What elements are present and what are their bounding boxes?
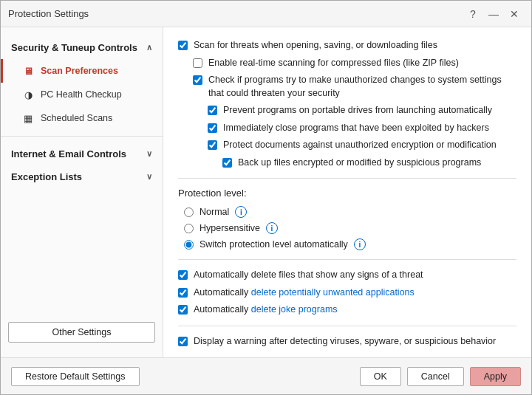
divider-2 <box>178 259 516 260</box>
compressed-files-label: Enable real-time scanning for compressed… <box>208 57 459 70</box>
footer-bar: Restore Default Settings OK Cancel Apply <box>1 357 531 394</box>
title-bar-controls: ? — ✕ <box>463 4 524 24</box>
auto-delete-threats-label: Automatically delete files that show any… <box>194 269 423 282</box>
normal-radio[interactable] <box>184 207 194 217</box>
portable-drives-checkbox[interactable] <box>208 106 217 115</box>
auto-delete-pua-before: Automatically <box>194 287 251 298</box>
sidebar-item-scheduled-scans[interactable]: ▦ Scheduled Scans <box>1 106 163 130</box>
warning-checkbox-row: Display a warning after detecting viruse… <box>178 335 516 348</box>
compressed-files-checkbox[interactable] <box>193 58 202 68</box>
other-settings-button[interactable]: Other Settings <box>8 322 155 343</box>
protection-settings-window: Protection Settings ? — ✕ Security & Tun… <box>0 0 532 395</box>
auto-protection-info-icon[interactable]: i <box>354 238 366 250</box>
sidebar-section-internet-label: Internet & Email Controls <box>11 148 126 159</box>
sidebar-section-internet[interactable]: Internet & Email Controls ∨ <box>1 142 163 165</box>
sidebar-divider-1 <box>1 136 163 137</box>
footer-left: Restore Default Settings <box>11 367 140 386</box>
checkbox-row-7: Back up files encrypted or modified by s… <box>222 157 516 170</box>
scan-threats-checkbox[interactable] <box>178 41 188 50</box>
chevron-up-icon: ∧ <box>146 43 152 52</box>
checkbox-row-1: Scan for threats when opening, saving, o… <box>178 39 516 52</box>
chevron-down-icon-internet: ∨ <box>146 149 152 159</box>
exploited-programs-checkbox[interactable] <box>208 123 217 133</box>
close-button[interactable]: ✕ <box>505 4 524 24</box>
chevron-down-icon-exception: ∨ <box>146 172 152 182</box>
ok-button[interactable]: OK <box>360 367 401 386</box>
apply-button[interactable]: Apply <box>470 367 521 386</box>
window-title: Protection Settings <box>8 8 89 19</box>
divider-1 <box>178 178 516 179</box>
sidebar-bottom: Other Settings <box>1 316 163 348</box>
scheduled-scans-icon: ▦ <box>21 111 35 125</box>
auto-delete-pua-checkbox[interactable] <box>178 288 188 298</box>
radio-row-hypersensitive: Hypersensitive i <box>184 222 516 234</box>
auto-delete-threats-row: Automatically delete files that show any… <box>178 269 516 282</box>
restore-defaults-button[interactable]: Restore Default Settings <box>11 367 140 386</box>
checkbox-row-2: Enable real-time scanning for compressed… <box>193 57 516 70</box>
hypersensitive-info-icon[interactable]: i <box>266 222 278 234</box>
content-panel: Scan for threats when opening, saving, o… <box>163 27 531 357</box>
auto-protection-label: Switch protection level automatically <box>200 239 348 250</box>
hypersensitive-label: Hypersensitive <box>200 223 260 233</box>
scan-preferences-icon: 🖥 <box>21 64 35 78</box>
sidebar-item-scan-preferences[interactable]: 🖥 Scan Preferences <box>1 59 163 83</box>
unauthorized-changes-label: Check if programs try to make unauthoriz… <box>208 74 516 100</box>
portable-drives-label: Prevent programs on portable drives from… <box>223 104 492 117</box>
radio-group: Normal i Hypersensitive i Switch protect… <box>184 206 516 250</box>
auto-delete-joke-row: Automatically delete joke programs <box>178 303 516 317</box>
protection-level-label: Protection level: <box>178 188 516 199</box>
backup-files-checkbox[interactable] <box>222 158 232 168</box>
sidebar-section-security[interactable]: Security & Tuneup Controls ∧ <box>1 36 163 59</box>
checkbox-row-5: Immediately close programs that have bee… <box>208 122 516 135</box>
backup-files-label: Back up files encrypted or modified by s… <box>238 157 481 170</box>
main-content: Security & Tuneup Controls ∧ 🖥 Scan Pref… <box>1 27 531 357</box>
delete-pua-link[interactable]: delete potentially unwanted applications <box>251 287 415 298</box>
protect-documents-label: Protect documents against unauthorized e… <box>223 139 497 152</box>
radio-row-normal: Normal i <box>184 206 516 218</box>
normal-label: Normal <box>200 207 229 217</box>
exploited-programs-label: Immediately close programs that have bee… <box>223 122 489 135</box>
sidebar-section-exception[interactable]: Exception Lists ∨ <box>1 165 163 188</box>
auto-delete-joke-label: Automatically delete joke programs <box>194 303 338 317</box>
checkbox-row-3: Check if programs try to make unauthoriz… <box>193 74 516 100</box>
minimize-button[interactable]: — <box>484 4 503 24</box>
hypersensitive-radio[interactable] <box>184 224 194 233</box>
sidebar-item-scan-preferences-label: Scan Preferences <box>41 66 118 76</box>
auto-delete-joke-checkbox[interactable] <box>178 305 188 315</box>
title-bar: Protection Settings ? — ✕ <box>1 1 531 27</box>
sidebar-item-pc-health-label: PC Health Checkup <box>41 89 122 100</box>
protect-documents-checkbox[interactable] <box>208 140 217 150</box>
warning-label: Display a warning after detecting viruse… <box>194 335 496 348</box>
sidebar-item-pc-health[interactable]: ◑ PC Health Checkup <box>1 83 163 106</box>
sidebar-section-exception-label: Exception Lists <box>11 171 82 182</box>
cancel-button[interactable]: Cancel <box>407 367 464 386</box>
scan-threats-label: Scan for threats when opening, saving, o… <box>194 39 437 52</box>
sidebar: Security & Tuneup Controls ∧ 🖥 Scan Pref… <box>1 27 163 357</box>
radio-row-auto: Switch protection level automatically i <box>184 238 516 250</box>
auto-delete-threats-checkbox[interactable] <box>178 270 188 280</box>
checkbox-row-6: Protect documents against unauthorized e… <box>208 139 516 152</box>
auto-delete-pua-row: Automatically delete potentially unwante… <box>178 286 516 300</box>
pc-health-icon: ◑ <box>21 88 35 101</box>
auto-delete-joke-before: Automatically <box>194 304 251 315</box>
delete-joke-link[interactable]: delete joke programs <box>251 304 338 315</box>
sidebar-section-security-label: Security & Tuneup Controls <box>11 42 137 53</box>
sidebar-item-scheduled-scans-label: Scheduled Scans <box>41 113 112 123</box>
warning-checkbox[interactable] <box>178 337 188 346</box>
unauthorized-changes-checkbox[interactable] <box>193 75 202 85</box>
divider-3 <box>178 326 516 326</box>
footer-right: OK Cancel Apply <box>360 367 521 386</box>
help-button[interactable]: ? <box>463 4 482 24</box>
auto-protection-radio[interactable] <box>184 240 194 250</box>
checkbox-row-4: Prevent programs on portable drives from… <box>208 104 516 117</box>
normal-info-icon[interactable]: i <box>235 206 247 218</box>
auto-delete-pua-label: Automatically delete potentially unwante… <box>194 286 415 300</box>
